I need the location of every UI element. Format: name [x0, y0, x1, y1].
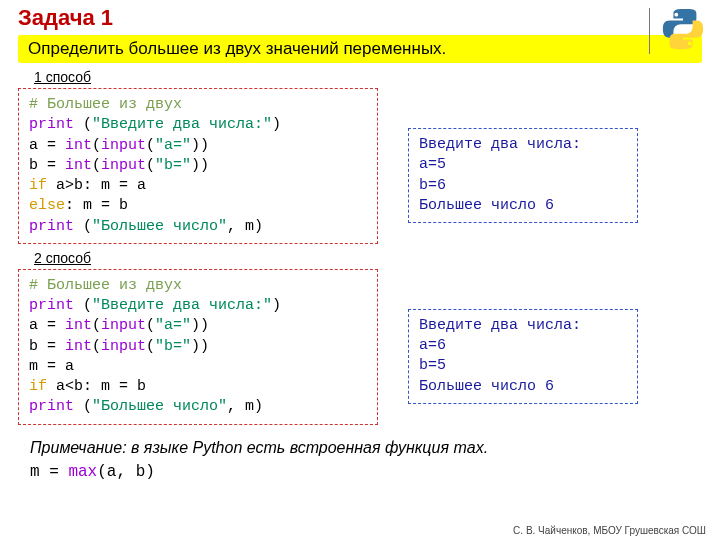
task-title: Задача 1: [0, 0, 720, 35]
method2-label: 2 способ: [34, 250, 720, 266]
note-code: m = max(a, b): [30, 463, 690, 481]
output-block-1: Введите два числа: a=5 b=6 Большее число…: [408, 128, 638, 223]
code-block-1: # Большее из двух print ("Введите два чи…: [18, 88, 378, 244]
footer-credit: С. В. Чайченков, МБОУ Грушевская СОШ: [513, 525, 706, 536]
header-divider: [649, 8, 650, 54]
method1-label: 1 способ: [34, 69, 720, 85]
output-block-2: Введите два числа: a=6 b=5 Большее число…: [408, 309, 638, 404]
python-logo-icon: [660, 6, 706, 52]
task-subtitle: Определить большее из двух значений пере…: [18, 35, 702, 63]
code-block-2: # Большее из двух print ("Введите два чи…: [18, 269, 378, 425]
note-text: Примечание: в языке Python есть встроенн…: [30, 439, 690, 457]
